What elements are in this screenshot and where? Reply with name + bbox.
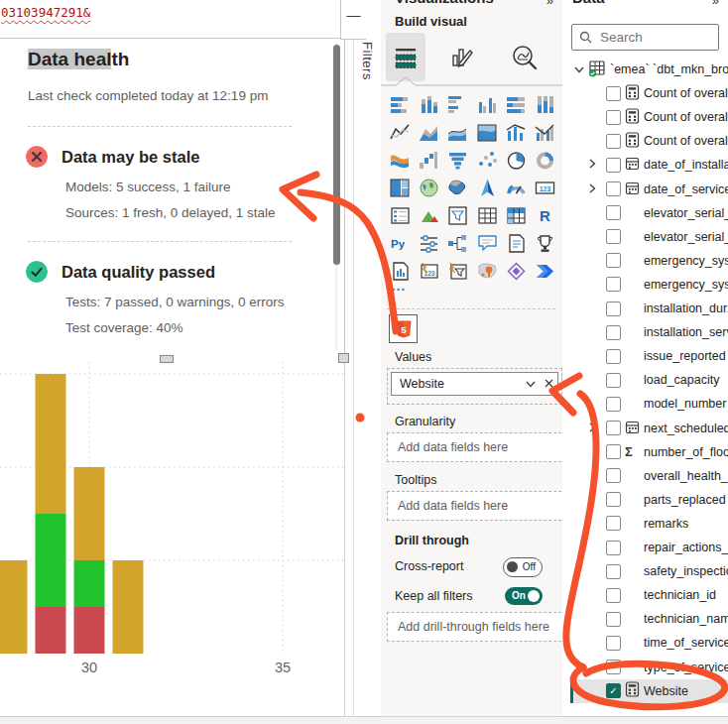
values-field-chip[interactable]: Website (392, 377, 522, 391)
field-checkbox[interactable] (606, 373, 621, 388)
clustered-column-chart-icon[interactable] (473, 90, 502, 118)
field-checkbox[interactable] (606, 444, 621, 459)
field-row-count-of-overal[interactable]: Count of overal... (562, 129, 728, 153)
qna-icon[interactable] (473, 229, 502, 257)
field-row-overall-health-c[interactable]: overall_health_c... (562, 464, 728, 488)
stacked-bar-chart-icon[interactable] (386, 90, 415, 118)
field-row-elevator-serial[interactable]: elevator_serial_... (562, 201, 728, 225)
ribbon-chart-icon[interactable] (386, 146, 415, 174)
remove-field-icon[interactable] (540, 379, 557, 390)
field-row-elevator-serial[interactable]: elevator_serial_... (562, 225, 728, 249)
matrix-icon[interactable] (502, 201, 531, 229)
resize-handle[interactable] (160, 355, 174, 363)
field-checkbox[interactable] (606, 541, 621, 555)
field-checkbox[interactable] (606, 205, 621, 220)
drill-through-field-well[interactable]: Add drill-through fields here (387, 612, 566, 642)
resize-handle[interactable] (338, 353, 349, 363)
field-row-load-capacity[interactable]: load_capacity (562, 368, 728, 392)
field-checkbox[interactable] (606, 660, 621, 674)
stacked-area-100-icon[interactable] (473, 118, 502, 146)
field-row-emergency-syst[interactable]: emergency_syst... (562, 249, 728, 273)
field-checkbox[interactable]: ✓ (606, 683, 621, 698)
field-row-installation-serv[interactable]: installation_serv... (562, 320, 728, 344)
donut-chart-icon[interactable] (531, 146, 559, 174)
collapse-pane-icon[interactable]: » (546, 0, 553, 8)
filled-map-icon[interactable] (443, 174, 472, 201)
waterfall-chart-icon[interactable] (415, 146, 443, 174)
field-row-technician-id[interactable]: technician_id (562, 583, 728, 607)
treemap-icon[interactable] (386, 174, 415, 201)
map-icon[interactable] (415, 174, 443, 201)
field-row-time-of-service[interactable]: time_of_service (562, 631, 728, 655)
minimize-button[interactable]: — (340, 0, 366, 40)
funnel-chart-icon[interactable] (443, 146, 472, 174)
field-row-repair-actions-t[interactable]: repair_actions_t... (562, 536, 728, 559)
granularity-field-well[interactable]: Add data fields here (387, 432, 566, 462)
get-more-visuals-button[interactable]: … (391, 277, 407, 294)
button-slicer-icon[interactable] (415, 229, 443, 257)
field-row-installation-dur[interactable]: installation_dur... (562, 297, 728, 320)
power-automate-icon[interactable] (531, 257, 559, 285)
card-icon[interactable]: 123 (531, 174, 559, 201)
field-row-type-of-service[interactable]: type_of_service (562, 656, 728, 679)
html-content-visual-icon[interactable]: 5 (389, 314, 418, 343)
line-chart-icon[interactable] (386, 118, 415, 146)
chevron-down-icon[interactable] (574, 62, 584, 76)
field-row-model-number[interactable]: model_number (562, 392, 728, 416)
metrics-icon[interactable] (531, 229, 559, 257)
field-row-website[interactable]: ✓Website (562, 679, 728, 703)
stacked-column-100-icon[interactable] (531, 90, 559, 118)
slicer-icon[interactable] (443, 201, 472, 229)
r-script-icon[interactable]: R (531, 201, 559, 229)
field-checkbox[interactable] (606, 349, 621, 364)
kpi-icon[interactable] (415, 201, 443, 229)
stacked-column-chart-icon[interactable] (415, 90, 443, 118)
field-row-number-of-floo[interactable]: Σnumber_of_floo... (562, 440, 728, 464)
chevron-right-icon[interactable] (589, 182, 596, 196)
field-row-next-scheduled[interactable]: next_scheduled... (562, 417, 728, 440)
stacked-area-chart-icon[interactable] (443, 118, 472, 146)
field-checkbox[interactable] (606, 277, 621, 292)
keep-all-filters-toggle[interactable]: On (505, 587, 543, 605)
tab-format-visual[interactable] (444, 40, 478, 75)
field-row-remarks[interactable]: remarks (562, 512, 728, 536)
filters-pane-collapsed[interactable]: Filters (353, 0, 383, 716)
tab-analytics[interactable] (508, 40, 542, 75)
field-checkbox[interactable] (606, 588, 621, 603)
azure-map-icon[interactable] (473, 174, 502, 201)
field-row-issue-reported[interactable]: issue_reported (562, 344, 728, 368)
field-checkbox[interactable] (606, 468, 621, 483)
scatter-chart-icon[interactable] (473, 146, 502, 174)
chevron-down-icon[interactable] (522, 379, 540, 390)
field-row-date-of-service[interactable]: date_of_service (562, 178, 728, 201)
field-checkbox[interactable] (606, 134, 621, 149)
gauge-icon[interactable] (502, 174, 531, 201)
arcgis-map-icon[interactable] (473, 257, 502, 285)
field-checkbox[interactable] (606, 636, 621, 651)
field-row-safety-inspectio[interactable]: safety_inspectio... (562, 559, 728, 583)
chevron-right-icon[interactable] (589, 158, 596, 172)
field-row-technician-name[interactable]: technician_name (562, 607, 728, 631)
field-row-count-of-overal[interactable]: Count of overal... (562, 105, 728, 129)
appsource-visual-icon[interactable] (502, 257, 531, 285)
decomposition-tree-icon[interactable] (443, 229, 472, 257)
stacked-bar-100-icon[interactable] (502, 90, 531, 118)
line-stacked-column-combo-icon[interactable] (502, 118, 531, 146)
field-checkbox[interactable] (606, 492, 621, 507)
table-row-root[interactable]: `emea` `dbt_mkn_bron... (562, 58, 728, 81)
field-row-date-of-installa[interactable]: date_of_installa... (562, 153, 728, 177)
multi-row-card-icon[interactable] (386, 201, 415, 229)
field-row-count-of-overal[interactable]: Count of overal... (562, 81, 728, 105)
field-row-emergency-syst[interactable]: emergency_syst... (562, 273, 728, 297)
scrollbar-thumb[interactable] (333, 45, 340, 265)
lightning-slicer-icon[interactable] (443, 257, 472, 285)
smart-narrative-icon[interactable] (502, 229, 531, 257)
chevron-right-icon[interactable] (589, 422, 596, 435)
table-icon[interactable] (473, 201, 502, 229)
field-checkbox[interactable] (606, 612, 621, 627)
field-checkbox[interactable] (606, 253, 621, 268)
cross-report-toggle[interactable]: Off (503, 557, 543, 577)
field-checkbox[interactable] (606, 516, 621, 531)
stacked-column-chart-visual[interactable]: 3035 (0, 359, 345, 716)
data-health-card[interactable]: Data health Last check completed today a… (0, 39, 345, 358)
